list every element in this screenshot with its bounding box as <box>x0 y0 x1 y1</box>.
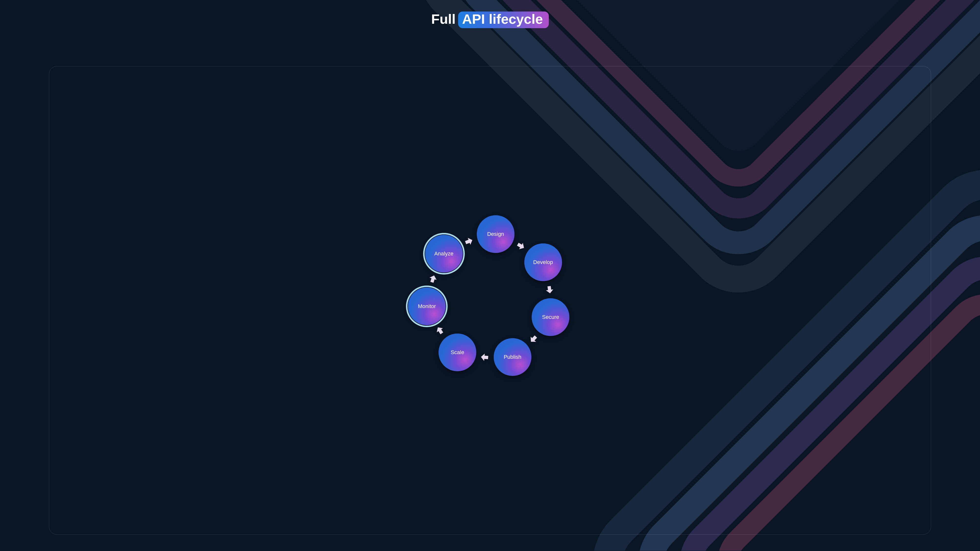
cycle-arrow-icon <box>428 274 438 284</box>
lifecycle-node-publish: Publish <box>494 338 531 376</box>
lifecycle-node-develop: Develop <box>524 243 562 281</box>
lifecycle-node-label: Design <box>487 231 504 237</box>
title-highlight: API lifecycle <box>458 11 549 28</box>
lifecycle-node-label: Publish <box>504 354 521 360</box>
lifecycle-node-label: Analyze <box>434 251 453 257</box>
lifecycle-node-label: Scale <box>451 349 464 356</box>
lifecycle-node-analyze: Analyze <box>425 235 463 273</box>
lifecycle-node-label: Secure <box>542 314 559 320</box>
lifecycle-cycle: Design Develop Secure Publish Scale Moni… <box>490 297 490 298</box>
content-panel <box>49 66 931 535</box>
lifecycle-node-design: Design <box>477 215 514 253</box>
lifecycle-node-label: Monitor <box>418 303 436 310</box>
lifecycle-node-monitor: Monitor <box>408 287 445 325</box>
cycle-arrow-icon <box>480 352 490 362</box>
cycle-arrow-icon <box>435 326 445 336</box>
lifecycle-node-label: Develop <box>533 259 553 265</box>
page-title: Full API lifecycle <box>0 11 980 28</box>
cycle-arrow-icon <box>463 236 474 247</box>
lifecycle-node-scale: Scale <box>439 333 476 371</box>
lifecycle-node-secure: Secure <box>531 298 570 336</box>
title-plain: Full <box>431 11 456 27</box>
cycle-arrow-icon <box>544 284 555 295</box>
cycle-arrow-icon <box>528 334 539 344</box>
cycle-arrow-icon <box>515 241 526 251</box>
